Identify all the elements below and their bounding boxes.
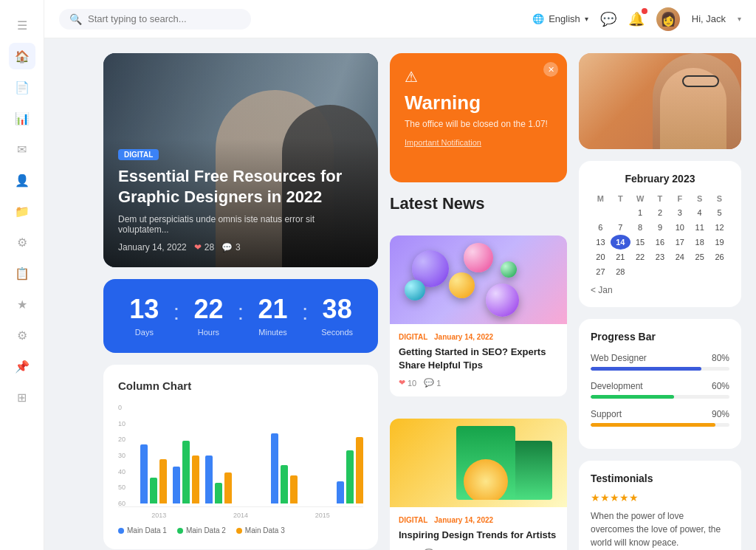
- legend-label-1: Main Data 1: [127, 526, 167, 534]
- sidebar-pin[interactable]: 📌: [9, 353, 35, 379]
- calendar-day[interactable]: 21: [611, 250, 630, 264]
- sidebar-docs[interactable]: 📄: [9, 74, 35, 100]
- progress-bar-bg-3: [591, 423, 729, 427]
- calendar-nav: < Jan: [591, 285, 729, 295]
- news-meta-1: DIGITAL January 14, 2022: [399, 333, 558, 341]
- language-selector[interactable]: 🌐 English ▾: [532, 13, 588, 24]
- calendar-day[interactable]: 28: [611, 264, 630, 279]
- calendar-day[interactable]: [591, 205, 611, 220]
- sidebar-settings[interactable]: ⚙: [9, 229, 35, 255]
- bar-blue-1: [140, 444, 148, 503]
- avatar[interactable]: 👩: [656, 7, 680, 31]
- calendar-day[interactable]: [630, 264, 650, 279]
- sidebar-home[interactable]: 🏠: [9, 43, 35, 69]
- timer-minutes: 21 Minutes: [247, 294, 299, 338]
- calendar-day[interactable]: [650, 264, 670, 279]
- calendar-day[interactable]: 19: [709, 235, 729, 250]
- news-date-1: January 14, 2022: [434, 333, 493, 341]
- calendar-day[interactable]: [670, 264, 690, 279]
- warning-close-button[interactable]: ✕: [543, 62, 558, 77]
- news-title-2[interactable]: Inspiring Design Trends for Artists: [399, 529, 558, 542]
- chart-group-2: [173, 441, 199, 503]
- cal-header-sat: S: [690, 192, 709, 205]
- calendar-day[interactable]: 25: [690, 250, 709, 264]
- calendar-day[interactable]: 3: [670, 205, 690, 220]
- calendar-day[interactable]: 7: [611, 220, 630, 235]
- sidebar-folder[interactable]: 📁: [9, 198, 35, 224]
- sidebar-star[interactable]: ★: [9, 291, 35, 317]
- hero-tag: DIGITAL: [118, 149, 159, 160]
- cal-header-fri: F: [670, 192, 690, 205]
- progress-item-1: Web Designer 80%: [591, 353, 729, 371]
- chart-card: Column Chart 6050403020100: [103, 365, 378, 549]
- calendar-day[interactable]: 12: [709, 220, 729, 235]
- calendar-day[interactable]: 8: [630, 220, 650, 235]
- hero-title: Essential Free Resources for Graphic Des…: [118, 166, 363, 208]
- search-icon: 🔍: [69, 13, 82, 25]
- calendar-day[interactable]: 15: [630, 235, 650, 250]
- calendar-day[interactable]: 2: [650, 205, 670, 220]
- sidebar-grid[interactable]: ⊞: [9, 384, 35, 410]
- calendar-day[interactable]: 13: [591, 235, 611, 250]
- warning-card: ✕ ⚠ Warning The office will be closed on…: [390, 53, 567, 182]
- calendar-day[interactable]: [709, 264, 729, 279]
- bar-green-5: [346, 450, 354, 503]
- progress-label-3: Support: [591, 409, 622, 419]
- progress-bar-fill-2: [591, 395, 674, 399]
- warning-link[interactable]: Important Notification: [405, 138, 552, 147]
- sidebar-user[interactable]: 👤: [9, 167, 35, 193]
- testimonial-text: When the power of love overcomes the lov…: [591, 509, 729, 549]
- sidebar-chart[interactable]: 📊: [9, 105, 35, 131]
- legend-dot-orange: [236, 528, 242, 534]
- calendar-day[interactable]: 26: [709, 250, 729, 264]
- news-title-1[interactable]: Getting Started in SEO? Experts Share He…: [399, 346, 558, 372]
- flag-icon: 🌐: [532, 13, 544, 24]
- calendar-day[interactable]: 22: [630, 250, 650, 264]
- progress-item-2: Development 60%: [591, 381, 729, 399]
- calendar-day[interactable]: 20: [591, 250, 611, 264]
- calendar-day[interactable]: 11: [690, 220, 709, 235]
- calendar-day[interactable]: [690, 264, 709, 279]
- sidebar-mail[interactable]: ✉: [9, 136, 35, 162]
- bar-blue-3: [205, 456, 213, 503]
- middle-column: ✕ ⚠ Warning The office will be closed on…: [390, 53, 567, 550]
- notifications-icon[interactable]: 🔔: [628, 11, 645, 27]
- calendar-day[interactable]: 9: [650, 220, 670, 235]
- chart-group-1: [140, 444, 167, 503]
- calendar-day[interactable]: 18: [690, 235, 709, 250]
- sidebar-hamburger[interactable]: ☰: [9, 12, 35, 38]
- legend-item-2: Main Data 2: [177, 526, 226, 534]
- news-tag-1: DIGITAL: [399, 333, 427, 341]
- calendar-day[interactable]: 14: [611, 235, 630, 250]
- calendar-day[interactable]: 10: [670, 220, 690, 235]
- calendar-day[interactable]: 27: [591, 264, 611, 279]
- calendar-day[interactable]: 17: [670, 235, 690, 250]
- calendar-day[interactable]: 4: [690, 205, 709, 220]
- calendar-day[interactable]: 23: [650, 250, 670, 264]
- hero-meta: January 14, 2022 ❤ 28 💬 3: [118, 242, 363, 252]
- calendar-day[interactable]: [611, 205, 630, 220]
- news-tag-2: DIGITAL: [399, 516, 427, 524]
- right-column: February 2023 M T W T F S S 123456789101…: [579, 53, 741, 550]
- sidebar: ☰ 🏠 📄 📊 ✉ 👤 📁 ⚙ 📋 ★ ⚙ 📌 ⊞: [0, 0, 44, 550]
- progress-header-2: Development 60%: [591, 381, 729, 391]
- news-footer-1: ❤ 10 💬 1: [399, 378, 558, 388]
- sidebar-list[interactable]: 📋: [9, 260, 35, 286]
- progress-bar-bg-1: [591, 367, 729, 371]
- news-card-1: DIGITAL January 14, 2022 Getting Started…: [390, 236, 567, 396]
- calendar-prev[interactable]: < Jan: [591, 285, 613, 295]
- calendar-day[interactable]: 24: [670, 250, 690, 264]
- search-input[interactable]: [88, 13, 241, 24]
- calendar-day[interactable]: 5: [709, 205, 729, 220]
- calendar-day[interactable]: 16: [650, 235, 670, 250]
- user-greeting: Hi, Jack: [692, 13, 726, 24]
- sidebar-gear[interactable]: ⚙: [9, 322, 35, 348]
- comment-icon-1: 💬: [424, 378, 434, 388]
- progress-header-3: Support 90%: [591, 409, 729, 419]
- calendar-day[interactable]: 1: [630, 205, 650, 220]
- messages-icon[interactable]: 💬: [600, 11, 616, 27]
- progress-label-1: Web Designer: [591, 353, 647, 363]
- calendar-day[interactable]: 6: [591, 220, 611, 235]
- legend-label-2: Main Data 2: [186, 526, 226, 534]
- search-bar[interactable]: 🔍: [59, 9, 251, 30]
